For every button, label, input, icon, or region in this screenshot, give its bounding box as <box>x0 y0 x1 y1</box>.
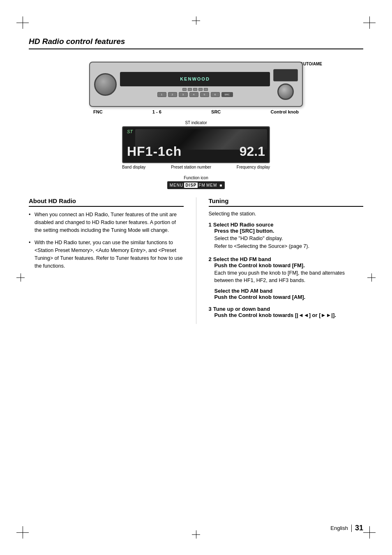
display-text: KENWOOD <box>180 76 210 81</box>
tuning-heading: Tuning <box>209 197 364 207</box>
reg-mark-bl <box>16 526 29 539</box>
radio-right-section <box>273 69 298 100</box>
right-display <box>273 69 298 81</box>
src-label: SRC <box>211 109 221 114</box>
about-bullet-list: When you connect an HD Radio, Tuner feat… <box>29 211 184 270</box>
screen-area: ST indicator ST HF1-1ch 92.1 Band displa… <box>122 120 270 169</box>
step-2-action: Select the HD FM band <box>213 256 271 262</box>
screen-display: ST HF1-1ch 92.1 <box>122 126 270 163</box>
fnc-label: FNC <box>93 109 103 114</box>
radio-btn-1 <box>182 88 187 91</box>
center-mark-left <box>16 273 25 282</box>
frequency-display-label: Frequency display <box>237 165 270 169</box>
tuning-section: Tuning Selecting the station. 1Select HD… <box>209 197 364 324</box>
screen-main-text: HF1-1ch <box>127 144 182 159</box>
page-footer: English 31 <box>330 524 363 532</box>
screen-st: ST <box>127 129 133 134</box>
disp-icon: DISP <box>184 183 198 188</box>
preset-3: 3 <box>179 92 188 97</box>
fm-icon: FM <box>198 183 205 187</box>
screen-labels: Band display Preset station number Frequ… <box>122 165 270 169</box>
about-hd-radio-section: About HD Radio When you connect an HD Ra… <box>29 197 196 324</box>
radio-btn-3 <box>193 88 197 91</box>
page-title: HD Radio control features <box>29 37 363 49</box>
preset-buttons: 1 2 3 4 5 6 SRC <box>120 92 270 97</box>
footer-language: English <box>330 525 348 531</box>
step-2: 2Select the HD FM band Push the Control … <box>209 256 364 301</box>
step-3-action: Tune up or down band <box>213 306 270 312</box>
device-labels: FNC 1 - 6 SRC Control knob <box>89 109 303 114</box>
function-icon-bar: MENU DISP FM MEM ■ <box>167 181 225 189</box>
function-icon-area: Function icon MENU DISP FM MEM ■ <box>29 176 363 189</box>
step-1: 1Select HD Radio source Press the [SRC] … <box>209 222 364 250</box>
center-mark-bottom <box>192 530 200 539</box>
about-bullet-1: When you connect an HD Radio, Tuner feat… <box>29 211 184 234</box>
two-columns: About HD Radio When you connect an HD Ra… <box>29 197 363 324</box>
page-number: 31 <box>355 524 363 532</box>
step-1-desc: Select the "HD Radio" display.Refer to <… <box>214 235 364 250</box>
preset-station-label: Preset station number <box>171 165 211 169</box>
control-knob <box>277 83 294 100</box>
step-2-number: 2 <box>209 256 212 262</box>
radio-btn-5 <box>204 88 208 91</box>
preset-6: 6 <box>211 92 220 97</box>
radio-middle: KENWOOD 1 2 3 4 5 6 SRC <box>117 72 273 97</box>
tuning-intro: Selecting the station. <box>209 211 364 217</box>
left-knob <box>94 73 117 96</box>
step-2-sub-detail: Push the Control knob toward [AM]. <box>214 294 364 300</box>
radio-btn-2 <box>188 88 192 91</box>
step-3: 3Tune up or down band Push the Control k… <box>209 306 364 318</box>
step-2-desc: Each time you push the knob to [FM], the… <box>214 269 364 285</box>
radio-display: KENWOOD <box>120 72 270 86</box>
center-mark-right <box>367 273 376 282</box>
st-indicator-label: ST indicator <box>122 120 270 125</box>
reg-mark-br <box>363 526 376 539</box>
step-3-number: 3 <box>209 306 212 312</box>
arrow-icon: ■ <box>219 183 222 187</box>
function-icon-label: Function icon <box>29 176 363 180</box>
diagram-area: AUTO/AME KENWOOD 1 2 3 4 <box>29 62 363 189</box>
radio-btn-4 <box>198 88 203 91</box>
preset-src: SRC <box>221 92 233 97</box>
preset-1: 1 <box>157 92 166 97</box>
footer-divider <box>351 525 352 532</box>
band-display-label: Band display <box>122 165 145 169</box>
page: HD Radio control features AUTO/AME KENWO… <box>0 0 392 555</box>
buttons-row <box>120 88 270 91</box>
reg-mark-tr <box>363 16 376 29</box>
step-2-sub-action: Select the HD AM band <box>214 288 364 294</box>
preset-5: 5 <box>200 92 209 97</box>
preset-label: 1 - 6 <box>152 109 161 114</box>
preset-2: 2 <box>168 92 177 97</box>
radio-device: KENWOOD 1 2 3 4 5 6 SRC <box>89 62 303 107</box>
preset-4: 4 <box>189 92 198 97</box>
mem-icon: MEM <box>206 183 217 187</box>
step-3-detail: Push the Control knob towards [|◄◄] or [… <box>214 312 364 318</box>
step-1-action: Select HD Radio source <box>213 222 274 228</box>
step-1-detail: Press the [SRC] button. <box>214 228 364 234</box>
control-knob-label: Control knob <box>271 109 299 114</box>
step-1-number: 1 <box>209 222 212 228</box>
about-heading: About HD Radio <box>29 197 184 207</box>
about-bullet-2: With the HD Radio tuner, you can use the… <box>29 239 184 270</box>
menu-icon: MENU <box>170 183 183 187</box>
reg-mark-tl <box>16 16 29 29</box>
auto-ame-label: AUTO/AME <box>300 62 322 66</box>
step-2-sub: Select the HD AM band Push the Control k… <box>214 288 364 300</box>
step-2-detail: Push the Control knob toward [FM]. <box>214 262 364 268</box>
center-mark-top <box>192 16 200 25</box>
screen-frequency: 92.1 <box>240 144 265 159</box>
